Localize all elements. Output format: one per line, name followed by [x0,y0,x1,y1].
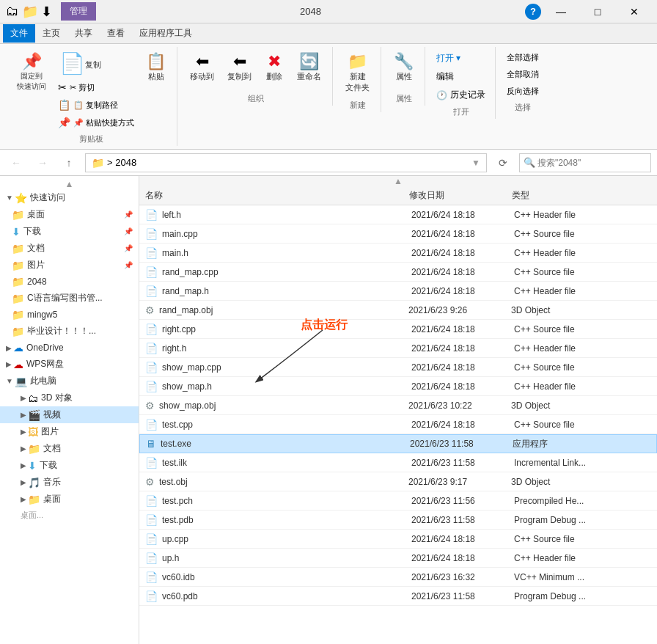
sidebar-this-pc[interactable]: ▼ 💻 此电脑 [0,373,139,389]
file-icon: 📄 [145,457,158,469]
sidebar-onedrive[interactable]: ▶ ☁ OneDrive [0,340,139,356]
table-row[interactable]: 📄 left.h 2021/6/24 18:18 C++ Header file [139,205,657,224]
menu-home[interactable]: 主页 [35,24,67,43]
table-row[interactable]: 📄 test.pdb 2021/6/23 11:58 Program Debug… [139,511,657,530]
table-row[interactable]: 📄 right.h 2021/6/24 18:18 C++ Header fil… [139,339,657,358]
sidebar-pc-documents[interactable]: ▶ 📁 文档 [0,440,139,457]
search-input[interactable] [519,153,651,172]
forward-button[interactable]: → [32,153,53,173]
select-none-button[interactable]: 全部取消 [503,67,543,82]
table-row[interactable]: 📄 test.pch 2021/6/23 11:56 Precompiled H… [139,491,657,511]
sidebar-pc-pictures[interactable]: ▶ 🖼 图片 [0,423,139,440]
minimize-button[interactable]: — [544,0,578,23]
sidebar-scroll-more[interactable]: 桌面... [0,508,139,523]
sidebar-pc-downloads[interactable]: ▶ ⬇ 下载 [0,457,139,474]
move-to-button[interactable]: ⬅ 移动到 [185,50,219,86]
sidebar-this-pc-label: 此电脑 [30,375,56,387]
downloads-pin: 📌 [124,227,133,235]
column-date[interactable]: 修改日期 [409,189,512,202]
up-button[interactable]: ↑ [59,153,79,173]
sidebar-clang-books[interactable]: 📁 C语言编写图书管... [0,290,139,307]
sidebar-3d-objects[interactable]: ▶ 🗂 3D 对象 [0,389,139,406]
pin-to-quick-access-button[interactable]: 📌 固定到 快速访问 [12,50,51,95]
sidebar-downloads[interactable]: ⬇ 下载 📌 [0,223,139,240]
pc-pictures-icon: 🖼 [28,426,38,438]
sidebar-wps-cloud[interactable]: ▶ ☁ WPS网盘 [0,356,139,373]
table-row[interactable]: 📄 vc60.idb 2021/6/23 16:32 VC++ Minimum … [139,568,657,587]
column-type[interactable]: 类型 [512,189,651,202]
table-row[interactable]: 📄 main.h 2021/6/24 18:18 C++ Header file [139,244,657,263]
pc-desktop-arrow: ▶ [21,495,26,503]
sidebar-pictures[interactable]: 📁 图片 📌 [0,257,139,274]
file-type: C++ Header file [514,553,651,563]
menu-file[interactable]: 文件 [3,24,35,43]
onedrive-icon: ☁ [13,342,23,354]
select-group-label: 选择 [515,102,531,114]
table-row[interactable]: ⚙ test.obj 2021/6/23 9:17 3D Object [139,472,657,491]
copy-path-button[interactable]: 📋 📋 复制路径 [54,97,138,113]
back-button[interactable]: ← [6,153,26,173]
paste-button[interactable]: 📋 粘贴 [141,50,171,86]
table-row[interactable]: 📄 vc60.pdb 2021/6/23 11:58 Program Debug… [139,587,657,606]
table-row[interactable]: 📄 right.cpp 2021/6/24 18:18 C++ Source f… [139,320,657,339]
paste-shortcut-button[interactable]: 📌 📌 粘贴快捷方式 [54,114,138,131]
ribbon-new-content: 📁 新建 文件夹 [340,47,375,100]
table-row[interactable]: 📄 show_map.h 2021/6/24 18:18 C++ Header … [139,377,657,396]
file-name: test.obj [159,477,408,487]
close-button[interactable]: ✕ [617,0,651,23]
cut-button[interactable]: ✂ ✂ 剪切 [54,79,138,95]
sidebar-2048[interactable]: 📁 2048 [0,274,139,290]
table-row[interactable]: 🖥 test.exe 2021/6/23 11:58 应用程序 [139,434,657,453]
select-all-button[interactable]: 全部选择 [503,50,543,65]
column-name[interactable]: 名称 [145,189,409,202]
table-row[interactable]: ⚙ rand_map.obj 2021/6/23 9:26 3D Object [139,301,657,320]
sidebar-mingw5[interactable]: 📁 mingw5 [0,307,139,323]
refresh-button[interactable]: ⟳ [493,153,513,173]
rename-button[interactable]: 🔄 重命名 [292,50,326,86]
sidebar-quick-access[interactable]: ▼ ⭐ 快速访问 [0,189,139,206]
copy-to-button[interactable]: ⬅ 复制到 [222,50,257,86]
sidebar-graduation[interactable]: 📁 毕业设计！！！... [0,323,139,340]
ribbon-organize-group: ⬅ 移动到 ⬅ 复制到 ✖ 删除 🔄 重命名 组织 [179,47,333,106]
sidebar-pc-documents-label: 文档 [43,442,61,455]
open-button[interactable]: 打开 ▾ [433,50,489,67]
address-path[interactable]: 📁 > 2048 ▼ [85,153,487,172]
help-button[interactable]: ? [525,4,541,20]
table-row[interactable]: 📄 up.h 2021/6/24 18:18 C++ Header file [139,549,657,568]
menu-share[interactable]: 共享 [67,24,100,43]
file-list-scroll-up[interactable]: ▲ [139,176,657,186]
sidebar-documents[interactable]: 📁 文档 📌 [0,240,139,257]
file-type: C++ Header file [514,210,651,220]
table-row[interactable]: 📄 show_map.cpp 2021/6/24 18:18 C++ Sourc… [139,358,657,377]
sidebar-videos[interactable]: ▶ 🎬 视频 [0,406,139,423]
table-row[interactable]: ⚙ show_map.obj 2021/6/23 10:22 3D Object [139,396,657,415]
menu-view[interactable]: 查看 [100,24,132,43]
table-row[interactable]: 📄 up.cpp 2021/6/24 18:18 C++ Source file [139,530,657,549]
sidebar-scroll-up[interactable]: ▲ [0,179,139,189]
history-button[interactable]: 🕐 历史记录 [433,87,489,103]
menu-app-tools[interactable]: 应用程序工具 [132,24,199,43]
maximize-button[interactable]: □ [581,0,614,23]
delete-button[interactable]: ✖ 删除 [260,50,289,86]
file-icon: 📄 [145,323,158,335]
copy-button[interactable]: 📄 复制 [54,50,138,78]
table-row[interactable]: 📄 test.cpp 2021/6/24 18:18 C++ Source fi… [139,415,657,434]
invert-selection-button[interactable]: 反向选择 [503,84,543,99]
file-date: 2021/6/23 11:58 [411,515,514,525]
sidebar-desktop[interactable]: 📁 桌面 📌 [0,206,139,223]
table-row[interactable]: 📄 test.ilk 2021/6/23 11:58 Incremental L… [139,453,657,472]
pc-downloads-icon: ⬇ [28,460,37,472]
properties-button[interactable]: 🔧 属性 [389,50,419,86]
title-bar: 🗂 📁 ⬇ 管理 2048 ? — □ ✕ [0,0,657,23]
sidebar-pc-desktop[interactable]: ▶ 📁 桌面 [0,491,139,508]
edit-button[interactable]: 编辑 [433,68,489,85]
file-icon: 📄 [145,285,158,297]
table-row[interactable]: 📄 rand_map.cpp 2021/6/24 18:18 C++ Sourc… [139,263,657,282]
table-row[interactable]: 📄 main.cpp 2021/6/24 18:18 C++ Source fi… [139,224,657,244]
new-folder-button[interactable]: 📁 新建 文件夹 [340,50,375,97]
file-date: 2021/6/24 18:18 [411,553,514,563]
file-date: 2021/6/24 18:18 [411,362,514,373]
manage-tab[interactable]: 管理 [61,2,96,21]
table-row[interactable]: 📄 rand_map.h 2021/6/24 18:18 C++ Header … [139,282,657,301]
sidebar-music[interactable]: ▶ 🎵 音乐 [0,474,139,491]
